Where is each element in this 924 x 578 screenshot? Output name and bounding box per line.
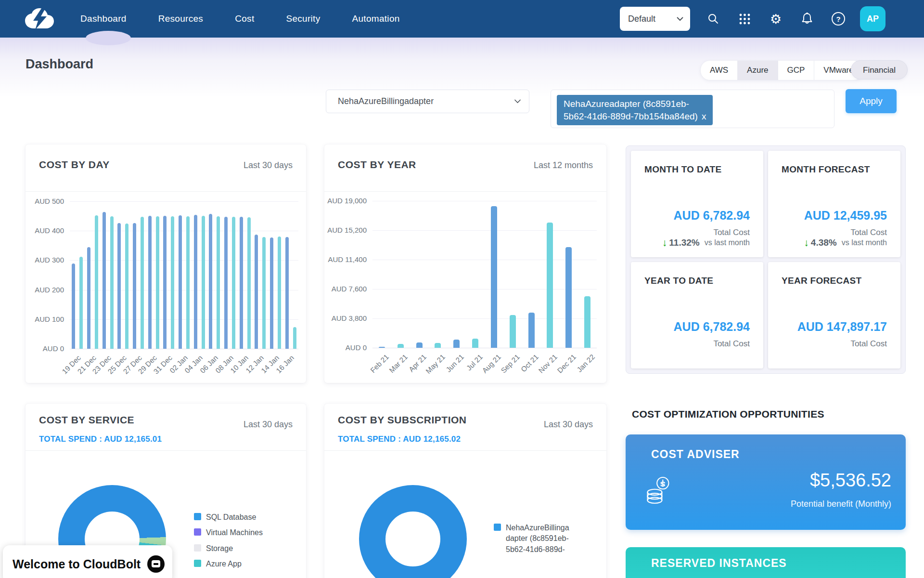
bar[interactable] <box>270 237 273 349</box>
cost-adviser-title: COST ADVISER <box>651 448 740 461</box>
bar[interactable] <box>453 340 460 348</box>
bar[interactable] <box>565 247 572 348</box>
nav-item-dashboard[interactable]: Dashboard <box>80 13 127 24</box>
cloudbolt-logo-icon[interactable] <box>24 8 56 30</box>
gridline <box>372 348 597 348</box>
legend-swatch-icon <box>194 560 201 567</box>
bar[interactable] <box>398 344 404 348</box>
card-period: Last 30 days <box>544 420 593 430</box>
apply-button[interactable]: Apply <box>846 89 897 113</box>
avatar-initials: AP <box>867 14 879 24</box>
bar[interactable] <box>510 315 516 348</box>
nav-item-security[interactable]: Security <box>286 13 320 24</box>
bar[interactable] <box>179 215 182 349</box>
bar[interactable] <box>148 216 152 349</box>
bar[interactable] <box>141 217 144 349</box>
bar[interactable] <box>156 216 159 349</box>
y-axis-tick-label: AUD 400 <box>26 226 64 235</box>
total-spend-label: TOTAL SPEND : AUD 12,165.02 <box>338 434 461 444</box>
apps-grid-icon[interactable] <box>735 9 754 28</box>
bar[interactable] <box>416 342 423 348</box>
adapter-select[interactable]: NehaAzureBillingadapter <box>326 90 529 113</box>
tab-azure[interactable]: Azure <box>738 61 778 80</box>
welcome-tooltip: Welcome to CloudBolt <box>3 545 172 578</box>
bar[interactable] <box>584 296 590 348</box>
card-title: COST BY DAY <box>39 159 110 171</box>
bar[interactable] <box>224 217 228 349</box>
bar[interactable] <box>95 215 98 349</box>
subscription-donut[interactable] <box>359 485 467 578</box>
bar[interactable] <box>262 237 266 349</box>
adapter-tag-box[interactable]: NehaAzureadapter (8c8591eb- 5b62-41d6-88… <box>551 90 834 128</box>
bar[interactable] <box>232 217 235 349</box>
bar[interactable] <box>202 216 205 349</box>
card-period: Last 30 days <box>244 160 293 171</box>
bar[interactable] <box>163 216 167 349</box>
bar[interactable] <box>125 223 128 349</box>
bar[interactable] <box>217 216 220 349</box>
bar[interactable] <box>293 327 296 349</box>
search-icon[interactable] <box>704 9 723 28</box>
financial-toggle[interactable]: Financial <box>851 60 908 79</box>
bar[interactable] <box>285 237 289 349</box>
bar[interactable] <box>72 263 75 349</box>
bar[interactable] <box>209 214 212 349</box>
bar[interactable] <box>110 216 114 349</box>
bar[interactable] <box>103 212 106 349</box>
x-axis-tick-label: Nov 21 <box>537 353 559 375</box>
cost-by-day-card: COST BY DAY Last 30 days AUD 0AUD 100AUD… <box>26 144 306 383</box>
tab-gcp[interactable]: GCP <box>778 61 815 80</box>
legend-item[interactable]: Azure App <box>194 559 263 569</box>
cloudbolt-chat-icon[interactable] <box>147 555 165 573</box>
stat-title: YEAR FORECAST <box>782 276 861 286</box>
x-axis-tick-label: Mar 21 <box>387 353 409 374</box>
tab-aws[interactable]: AWS <box>701 61 738 80</box>
bar[interactable] <box>547 223 553 348</box>
service-legend: SQL DatabaseVirtual MachinesStorageAzure… <box>194 512 263 575</box>
bar[interactable] <box>528 313 535 348</box>
legend-label: Azure App <box>206 559 242 569</box>
chevron-down-icon <box>677 17 683 21</box>
legend-item[interactable]: Storage <box>194 543 263 554</box>
bar[interactable] <box>435 343 441 348</box>
bar[interactable] <box>133 223 136 349</box>
bar[interactable] <box>79 257 83 349</box>
profile-select[interactable]: Default <box>620 7 690 31</box>
bar[interactable] <box>171 216 174 349</box>
y-axis-tick-label: AUD 7,600 <box>324 285 367 293</box>
cost-by-subscription-card: COST BY SUBSCRIPTION TOTAL SPEND : AUD 1… <box>324 404 606 578</box>
nav-item-automation[interactable]: Automation <box>352 13 400 24</box>
reserved-instances-card[interactable]: RESERVED INSTANCES <box>626 547 906 578</box>
y-axis-tick-label: AUD 500 <box>26 197 64 205</box>
stat-caption: Total Cost <box>713 228 750 237</box>
bar[interactable] <box>379 347 385 348</box>
help-icon[interactable]: ? <box>829 9 848 28</box>
x-axis-tick-label: Dec 21 <box>555 353 578 375</box>
month-forecast-card: MONTH FORECAST AUD 12,459.95 Total Cost … <box>768 151 900 257</box>
bar[interactable] <box>194 215 197 349</box>
bar[interactable] <box>247 217 251 349</box>
y-axis-tick-label: AUD 100 <box>26 315 64 323</box>
plot-area <box>70 201 298 349</box>
legend-item[interactable]: SQL Database <box>194 512 263 523</box>
bar[interactable] <box>255 235 258 349</box>
settings-gear-icon[interactable]: ⚙ <box>766 9 785 28</box>
bar[interactable] <box>472 339 478 348</box>
bar[interactable] <box>117 223 121 349</box>
cost-adviser-card[interactable]: COST ADVISER $5,536.52 Potential benefit… <box>626 434 906 530</box>
legend-item[interactable]: Virtual Machines <box>194 527 263 538</box>
chevron-down-icon <box>514 99 521 104</box>
gridline <box>70 349 298 349</box>
bar[interactable] <box>491 206 497 348</box>
notifications-bell-icon[interactable] <box>797 9 817 28</box>
nav-item-resources[interactable]: Resources <box>158 13 204 24</box>
legend-item[interactable]: NehaAzureBillingadapter (8c8591eb-5b62-4… <box>494 523 571 555</box>
bar[interactable] <box>87 247 90 349</box>
bar[interactable] <box>278 236 281 349</box>
plot-area <box>372 201 597 348</box>
user-avatar[interactable]: AP <box>860 6 886 31</box>
remove-tag-icon[interactable]: x <box>702 111 706 121</box>
bar[interactable] <box>240 217 243 349</box>
bar[interactable] <box>186 216 190 349</box>
nav-item-cost[interactable]: Cost <box>235 13 254 24</box>
